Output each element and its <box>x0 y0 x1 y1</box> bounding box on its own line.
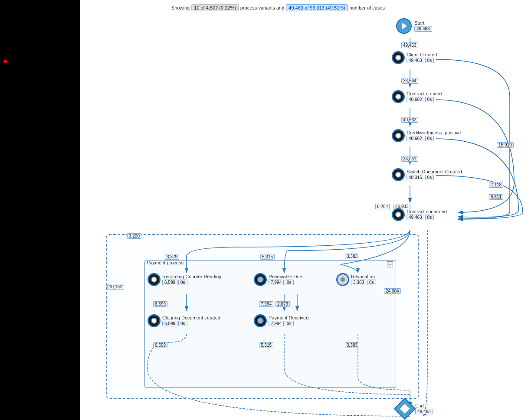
client-created-count: 49,463 <box>407 58 424 63</box>
switch-document-time: 0s <box>425 175 434 180</box>
edge-label-e20: 6,611 <box>489 194 503 200</box>
contract-created-label: Contract created 40,662 0s <box>407 91 442 102</box>
client-created-label: Client Created 49,463 0s <box>407 52 437 63</box>
client-created-circle <box>392 51 405 64</box>
main-canvas: Start 49,463 49,463 Client Created 49,46… <box>80 13 528 420</box>
topbar: Showing 10 of 4,507 (0.22%) process vari… <box>80 3 528 13</box>
revocation-node: Revocation 3,383 0s <box>336 273 376 286</box>
end-text: number of cases <box>350 5 385 10</box>
creditworthiness-stats: 40,662 0s <box>407 136 434 141</box>
contract-created-time: 0s <box>425 97 434 102</box>
creditworthiness-title: Creditworthiness: positive <box>407 130 461 135</box>
switch-document-count: 40,315 <box>407 175 424 180</box>
edge-label-e7: 3,220 <box>127 233 141 239</box>
receivable-due-time: 0s <box>285 280 294 285</box>
edge-label-e5: 6,264 <box>375 204 390 209</box>
payment-received-stats: 7,994 0s <box>269 321 294 326</box>
contract-confirmed-stats: 49,463 0s <box>407 215 434 220</box>
start-count: 49,463 <box>414 26 432 32</box>
end-count: 49,463 <box>415 409 433 414</box>
contract-created-stats: 40,662 0s <box>407 97 434 102</box>
edge-label-e10: 3,383 <box>345 254 359 259</box>
contract-created-count: 40,662 <box>407 97 424 102</box>
switch-document-circle <box>392 168 405 181</box>
start-label: Start 49,463 <box>414 20 432 32</box>
edge-label-e12: 6,599 <box>153 301 167 307</box>
middle-text: process variants and <box>240 5 285 10</box>
contract-confirmed-label: Contract confirmed 49,463 0s <box>407 209 447 220</box>
edge-label-e9: 5,315 <box>260 254 275 260</box>
clearing-document-node: Clearing Document created 6,599 0s <box>148 314 220 327</box>
arrow-bypass-4 <box>436 176 523 219</box>
revocation-count: 3,383 <box>351 280 366 285</box>
edge-label-e16: 5,315 <box>259 342 273 348</box>
contract-confirmed-node: Contract confirmed 49,463 0s <box>392 208 447 221</box>
payment-received-label: Payment Received 7,994 0s <box>269 315 308 326</box>
recording-counter-count: 6,599 <box>162 280 177 285</box>
client-created-node: Client Created 49,463 0s <box>392 51 437 64</box>
edge-label-e1: 49,463 <box>401 42 418 48</box>
receivable-due-label: Receivable Due 7,994 0s <box>269 274 302 285</box>
payment-received-time: 0s <box>285 321 294 326</box>
edge-label-e17: 3,383 <box>345 342 359 348</box>
switch-document-label: Switch Document Created 40,315 0s <box>407 169 462 180</box>
end-title: End <box>415 403 424 408</box>
revocation-label: Revocation 3,383 0s <box>351 274 376 285</box>
receivable-due-title: Receivable Due <box>269 274 302 279</box>
arrow-outer-dashed <box>423 230 427 416</box>
payment-box-title: Payment process <box>147 260 184 265</box>
payment-received-circle <box>254 314 267 327</box>
receivable-due-count: 7,994 <box>269 280 284 285</box>
clearing-document-stats: 6,599 0s <box>162 321 187 326</box>
creditworthiness-time: 0s <box>425 136 434 141</box>
switch-document-node: Switch Document Created 40,315 0s <box>392 168 462 181</box>
payment-received-title: Payment Received <box>269 315 308 320</box>
receivable-due-circle <box>254 273 267 286</box>
end-shape <box>394 398 416 420</box>
end-label: End 49,463 <box>415 403 433 414</box>
receivable-due-node: Receivable Due 7,994 0s <box>254 273 302 286</box>
revocation-title: Revocation <box>351 274 375 279</box>
edge-label-e15: 6,599 <box>153 342 167 348</box>
edge-label-e11: 24,004 <box>384 288 401 294</box>
start-circle <box>396 18 412 34</box>
start-title: Start <box>414 20 424 26</box>
edge-label-e3: 40,662 <box>401 117 418 123</box>
creditworthiness-count: 40,662 <box>407 136 424 141</box>
contract-confirmed-count: 49,463 <box>407 215 424 220</box>
clearing-document-time: 0s <box>178 321 187 326</box>
edge-label-e2: 33,544 <box>401 78 418 84</box>
clearing-document-circle <box>148 314 161 327</box>
end-node: End 49,463 <box>397 401 433 417</box>
receivable-due-stats: 7,994 0s <box>269 280 294 285</box>
recording-counter-stats: 6,599 0s <box>162 280 187 285</box>
revocation-circle <box>336 273 349 286</box>
contract-created-title: Contract created <box>407 91 442 96</box>
start-play-icon <box>402 23 407 29</box>
recording-counter-circle <box>148 273 161 286</box>
edge-label-e21: 10,162 <box>107 284 124 290</box>
cases-badge[interactable]: 49,463 of 99,913 (49.51%) <box>286 4 348 11</box>
client-created-time: 0s <box>425 58 434 63</box>
clearing-document-title: Clearing Document created <box>162 315 220 320</box>
contract-confirmed-time: 0s <box>425 215 434 220</box>
client-created-stats: 49,463 0s <box>407 58 434 63</box>
creditworthiness-label: Creditworthiness: positive 40,662 0s <box>407 130 461 141</box>
edge-label-e19: 7,118 <box>489 182 503 188</box>
creditworthiness-node: Creditworthiness: positive 40,662 0s <box>392 129 461 142</box>
switch-document-title: Switch Document Created <box>407 169 462 174</box>
showing-text: Showing <box>171 5 190 10</box>
clearing-document-count: 6,599 <box>162 321 177 326</box>
edge-label-e13: 7,994 <box>259 301 273 307</box>
sidebar <box>0 0 80 420</box>
edge-label-e8: 3,379 <box>165 254 179 260</box>
revocation-stats: 3,383 0s <box>351 280 376 285</box>
sidebar-red-dot <box>3 60 7 63</box>
contract-created-circle <box>392 90 405 103</box>
contract-confirmed-circle <box>392 208 405 221</box>
contract-created-node: Contract created 40,662 0s <box>392 90 442 103</box>
payment-box-minimize[interactable]: - <box>387 261 393 267</box>
recording-counter-node: Recording Counter Reading 6,599 0s <box>148 273 221 286</box>
start-node: Start 49,463 <box>396 18 432 34</box>
variants-badge[interactable]: 10 of 4,507 (0.22%) <box>191 4 239 11</box>
